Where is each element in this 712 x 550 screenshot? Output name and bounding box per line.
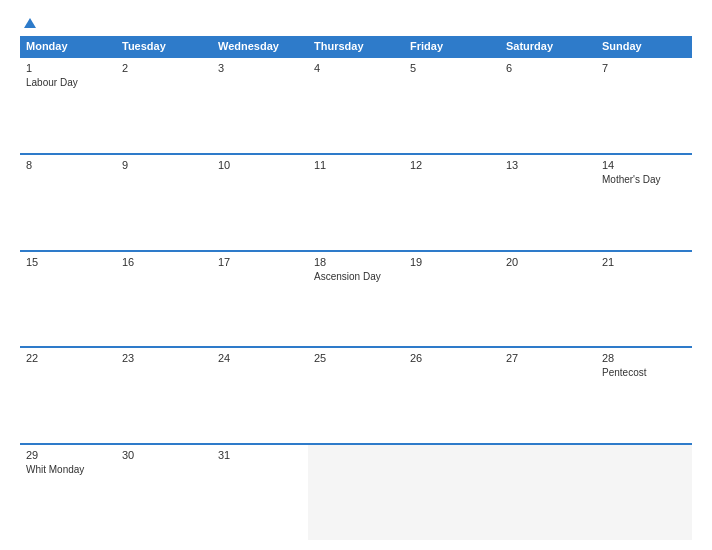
calendar-week-row: 15161718Ascension Day192021 <box>20 250 692 347</box>
calendar-cell: 16 <box>116 252 212 347</box>
calendar-cell: 7 <box>596 58 692 153</box>
day-number: 27 <box>506 352 590 364</box>
day-number: 8 <box>26 159 110 171</box>
calendar-header-cell: Thursday <box>308 36 404 56</box>
calendar-header-cell: Friday <box>404 36 500 56</box>
day-event: Ascension Day <box>314 271 381 282</box>
calendar-week-row: 891011121314Mother's Day <box>20 153 692 250</box>
day-number: 4 <box>314 62 398 74</box>
calendar-cell: 24 <box>212 348 308 443</box>
day-number: 16 <box>122 256 206 268</box>
day-number: 13 <box>506 159 590 171</box>
calendar-cell: 18Ascension Day <box>308 252 404 347</box>
calendar-page: MondayTuesdayWednesdayThursdayFridaySatu… <box>0 0 712 550</box>
day-number: 7 <box>602 62 686 74</box>
day-number: 9 <box>122 159 206 171</box>
calendar-week-row: 1Labour Day234567 <box>20 56 692 153</box>
day-number: 15 <box>26 256 110 268</box>
calendar-cell <box>500 445 596 540</box>
calendar-cell <box>308 445 404 540</box>
calendar-cell: 20 <box>500 252 596 347</box>
day-number: 1 <box>26 62 110 74</box>
day-number: 10 <box>218 159 302 171</box>
day-event: Mother's Day <box>602 174 661 185</box>
calendar-cell: 30 <box>116 445 212 540</box>
day-number: 12 <box>410 159 494 171</box>
header <box>20 18 692 28</box>
calendar-cell: 12 <box>404 155 500 250</box>
calendar-cell: 3 <box>212 58 308 153</box>
calendar-cell: 2 <box>116 58 212 153</box>
calendar-week-row: 22232425262728Pentecost <box>20 346 692 443</box>
day-number: 2 <box>122 62 206 74</box>
calendar-cell: 17 <box>212 252 308 347</box>
day-number: 5 <box>410 62 494 74</box>
day-event: Whit Monday <box>26 464 84 475</box>
calendar-cell: 15 <box>20 252 116 347</box>
day-number: 11 <box>314 159 398 171</box>
day-number: 31 <box>218 449 302 461</box>
day-number: 18 <box>314 256 398 268</box>
calendar-cell: 1Labour Day <box>20 58 116 153</box>
calendar-cell: 23 <box>116 348 212 443</box>
calendar-cell <box>404 445 500 540</box>
calendar-cell: 31 <box>212 445 308 540</box>
day-number: 28 <box>602 352 686 364</box>
day-number: 29 <box>26 449 110 461</box>
logo-triangle-icon <box>24 18 36 28</box>
day-number: 22 <box>26 352 110 364</box>
day-number: 3 <box>218 62 302 74</box>
calendar-header-cell: Sunday <box>596 36 692 56</box>
calendar-cell: 4 <box>308 58 404 153</box>
day-number: 6 <box>506 62 590 74</box>
calendar-cell: 10 <box>212 155 308 250</box>
calendar-cell: 26 <box>404 348 500 443</box>
calendar-cell: 19 <box>404 252 500 347</box>
calendar-cell: 6 <box>500 58 596 153</box>
calendar-header-row: MondayTuesdayWednesdayThursdayFridaySatu… <box>20 36 692 56</box>
calendar-cell: 14Mother's Day <box>596 155 692 250</box>
calendar-cell: 22 <box>20 348 116 443</box>
calendar-cell: 28Pentecost <box>596 348 692 443</box>
calendar-header-cell: Wednesday <box>212 36 308 56</box>
day-number: 26 <box>410 352 494 364</box>
calendar-cell: 5 <box>404 58 500 153</box>
calendar-cell: 8 <box>20 155 116 250</box>
calendar-cell: 21 <box>596 252 692 347</box>
calendar-cell: 13 <box>500 155 596 250</box>
day-number: 14 <box>602 159 686 171</box>
calendar-week-row: 29Whit Monday3031 <box>20 443 692 540</box>
day-number: 25 <box>314 352 398 364</box>
day-number: 30 <box>122 449 206 461</box>
day-event: Labour Day <box>26 77 78 88</box>
logo-blue <box>20 18 36 28</box>
calendar-cell <box>596 445 692 540</box>
logo <box>20 18 36 28</box>
day-number: 24 <box>218 352 302 364</box>
day-number: 19 <box>410 256 494 268</box>
day-number: 17 <box>218 256 302 268</box>
calendar-body: 1Labour Day234567891011121314Mother's Da… <box>20 56 692 540</box>
calendar-header-cell: Saturday <box>500 36 596 56</box>
day-number: 20 <box>506 256 590 268</box>
calendar: MondayTuesdayWednesdayThursdayFridaySatu… <box>20 36 692 540</box>
calendar-cell: 27 <box>500 348 596 443</box>
calendar-cell: 29Whit Monday <box>20 445 116 540</box>
day-number: 21 <box>602 256 686 268</box>
calendar-header-cell: Monday <box>20 36 116 56</box>
day-number: 23 <box>122 352 206 364</box>
calendar-header-cell: Tuesday <box>116 36 212 56</box>
calendar-cell: 9 <box>116 155 212 250</box>
calendar-cell: 25 <box>308 348 404 443</box>
calendar-cell: 11 <box>308 155 404 250</box>
day-event: Pentecost <box>602 367 646 378</box>
